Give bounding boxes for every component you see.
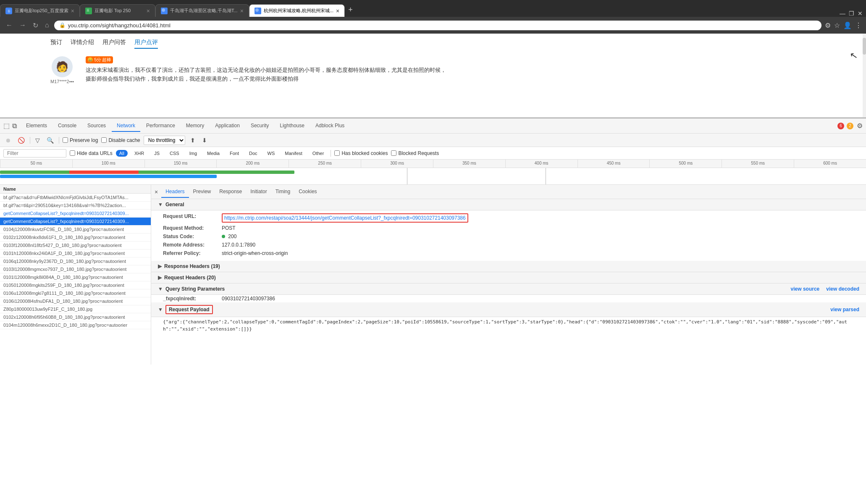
tab-1-close[interactable]: × (71, 8, 74, 14)
record-button[interactable]: ⏺ (3, 136, 13, 144)
browser-settings-icon[interactable]: ⋮ (855, 21, 862, 29)
tab-memory[interactable]: Memory (181, 120, 209, 132)
new-tab-button[interactable]: + (345, 5, 356, 14)
nav-review[interactable]: 用户点评 (134, 39, 158, 49)
network-row-15[interactable]: 0102x120008h6f95h60B8_D_180_180.jpg?proc… (0, 313, 151, 321)
throttle-select[interactable]: No throttling (144, 136, 185, 145)
reload-button[interactable]: ↻ (31, 21, 40, 29)
network-row-7[interactable]: 0101h120008nkx24i0A1F_D_180_180.jpg?proc… (0, 249, 151, 257)
detail-tab-initiator[interactable]: Initiator (246, 186, 271, 198)
tab-2-close[interactable]: × (147, 8, 150, 14)
tab-adblock[interactable]: Adblock Plus (310, 120, 349, 132)
page-scrollbar-thumb[interactable] (863, 38, 866, 55)
has-blocked-cookies-checkbox[interactable]: Has blocked cookies (334, 150, 388, 156)
tab-application[interactable]: Application (210, 120, 245, 132)
export-icon[interactable]: ⬇ (200, 136, 209, 144)
tab-performance[interactable]: Performance (141, 120, 180, 132)
tab-sources[interactable]: Sources (82, 120, 111, 132)
query-section-header[interactable]: ▼ Query String Parameters view source vi… (151, 284, 866, 295)
network-row-9[interactable]: 0103l120008mgmcxo7937_D_180_180.jpg?proc… (0, 265, 151, 273)
tab-lighthouse[interactable]: Lighthouse (275, 120, 310, 132)
network-row-12[interactable]: 0106u120008mgki7g8111_D_180_180.jpg?proc… (0, 289, 151, 297)
response-headers-section-header[interactable]: ▶ Response Headers (19) (151, 261, 866, 272)
devtools-tab-cursor-icon[interactable]: ⬚ (3, 122, 10, 130)
nav-qa[interactable]: 用户问答 (102, 39, 126, 49)
tab-security[interactable]: Security (246, 120, 274, 132)
network-row-0[interactable]: bf.gif?ac=a&d=uFtbMiwidXNIcmFjdGlvbiJdLF… (0, 194, 151, 202)
network-row-10[interactable]: 0101l120008mgk8il084A_D_180_180.jpg?proc… (0, 273, 151, 281)
filter-button[interactable]: ▽ (34, 136, 42, 144)
filter-manifest[interactable]: Manifest (281, 150, 306, 157)
view-source-link[interactable]: view source (791, 286, 820, 292)
tab-elements[interactable]: Elements (21, 120, 52, 132)
tab-1[interactable]: 百 豆瓣电影top250_百度搜索 × (0, 4, 80, 17)
tab-3[interactable]: 千岛湖千岛湖景区攻略,千岛湖T... × (155, 4, 249, 17)
network-row-5[interactable]: 0102z120008nkx8ds61F1_D_180_180.jpg?proc… (0, 234, 151, 242)
detail-tab-response[interactable]: Response (215, 186, 246, 198)
detail-tab-preview[interactable]: Preview (189, 186, 215, 198)
back-button[interactable]: ← (4, 21, 14, 29)
filter-input[interactable] (3, 149, 66, 158)
nav-detail[interactable]: 详情介绍 (71, 39, 94, 49)
restore-icon[interactable]: ❐ (849, 10, 854, 17)
clear-button[interactable]: 🚫 (16, 136, 26, 144)
network-row-3[interactable]: getCommentCollapseList?_fxpcqlniredt=090… (0, 218, 151, 226)
search-button[interactable]: 🔍 (45, 136, 55, 144)
profile-icon[interactable]: 👤 (843, 21, 852, 29)
tab-4[interactable]: 杭州杭州宋城攻略,杭州杭州宋城... × (249, 4, 345, 17)
tab-network[interactable]: Network (112, 120, 140, 132)
bookmark-icon[interactable]: ☆ (834, 21, 840, 29)
home-button[interactable]: ⌂ (43, 21, 51, 29)
network-row-11[interactable]: 01050120008mgkits259F_D_180_180.jpg?proc… (0, 281, 151, 289)
view-parsed-link[interactable]: view parsed (830, 307, 859, 312)
payload-section-header[interactable]: ▼ Request Payload view parsed (151, 302, 866, 317)
network-row-1[interactable]: bf.gif?ac=tl&pi=290510&key=134168&val=%7… (0, 202, 151, 210)
tab-2-icon: 豆 (85, 8, 92, 14)
filter-all[interactable]: All (116, 150, 128, 157)
filter-doc[interactable]: Doc (246, 150, 261, 157)
tab-3-close[interactable]: × (240, 8, 244, 14)
devtools-error-area: 6 2 ⚙ (836, 122, 863, 130)
browser-chrome: 百 豆瓣电影top250_百度搜索 × 豆 豆瓣电影 Top 250 × 千岛湖… (0, 0, 866, 34)
network-row-4[interactable]: 0104j120008nkuvtzFC9E_D_180_180.jpg?proc… (0, 226, 151, 234)
minimize-icon[interactable]: — (840, 10, 845, 17)
address-bar[interactable]: 🔒 you.ctrip.com/sight/hangzhou14/4081.ht… (54, 21, 821, 30)
network-row-6[interactable]: 0103f120008nl18fz5427_D_180_180.jpg?proc… (0, 242, 151, 249)
filter-ws[interactable]: WS (264, 150, 278, 157)
filter-css[interactable]: CSS (166, 150, 183, 157)
detail-tab-headers[interactable]: Headers (161, 186, 189, 198)
filter-other[interactable]: Other (309, 150, 328, 157)
blocked-requests-checkbox[interactable]: Blocked Requests (391, 150, 439, 156)
devtools-settings-icon[interactable]: ⚙ (857, 122, 863, 130)
tab-console[interactable]: Console (53, 120, 81, 132)
filter-media[interactable]: Media (204, 150, 223, 157)
nav-booking[interactable]: 预订 (50, 39, 62, 49)
devtools-tab-select-icon[interactable]: ⧉ (12, 122, 17, 130)
filter-img[interactable]: Img (186, 150, 200, 157)
view-decoded-link[interactable]: view decoded (826, 286, 859, 292)
tab-4-close[interactable]: × (336, 8, 339, 14)
import-icon[interactable]: ⬆ (189, 136, 197, 144)
close-browser-icon[interactable]: ✕ (858, 10, 863, 17)
hide-data-urls-checkbox[interactable]: Hide data URLs (70, 150, 113, 156)
network-row-2[interactable]: getCommentCollapseList?_fxpcqlniredt=090… (0, 210, 151, 218)
disable-cache-checkbox[interactable]: Disable cache (101, 137, 140, 143)
forward-button[interactable]: → (18, 21, 28, 29)
network-row-16[interactable]: 0104m120008h6mexx2D1C_D_180_180.jpg?proc… (0, 321, 151, 329)
request-headers-section-header[interactable]: ▶ Request Headers (20) (151, 272, 866, 284)
filter-font[interactable]: Font (226, 150, 242, 157)
preserve-log-checkbox[interactable]: Preserve log (63, 137, 98, 143)
detail-tab-cookies[interactable]: Cookies (294, 186, 321, 198)
rating-badge: 😄 5分 超棒 (86, 56, 113, 63)
filter-xhr[interactable]: XHR (131, 150, 147, 157)
detail-close-button[interactable]: × (155, 189, 158, 195)
general-section-header[interactable]: ▼ General (151, 199, 866, 210)
extensions-icon[interactable]: ⚙ (825, 21, 831, 29)
detail-tab-timing[interactable]: Timing (271, 186, 295, 198)
network-row-13[interactable]: 0106i120008l4sfnuDFA1_D_180_180.jpg?proc… (0, 297, 151, 305)
filter-js[interactable]: JS (151, 150, 163, 157)
page-scrollbar[interactable] (863, 34, 866, 118)
network-row-14[interactable]: Z80p180000013uw9yF21F_C_180_180.jpg (0, 305, 151, 313)
network-row-8[interactable]: 0106q120008nky9y2367D_D_180_180.jpg?proc… (0, 257, 151, 265)
tab-2[interactable]: 豆 豆瓣电影 Top 250 × (80, 4, 155, 17)
